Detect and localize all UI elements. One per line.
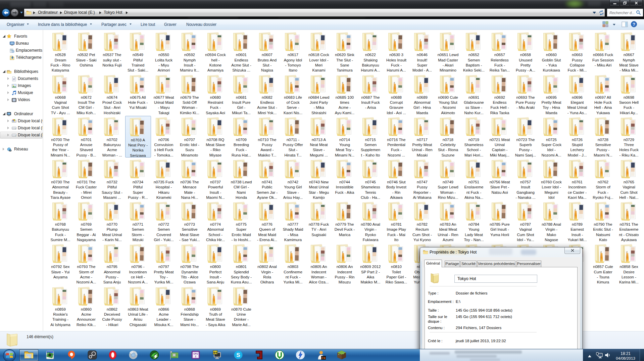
svg-text:Z: Z (195, 355, 196, 358)
svg-text:S: S (236, 352, 240, 358)
svg-text:99: 99 (213, 351, 217, 355)
svg-text:CPU: CPU (193, 353, 198, 355)
svg-text:?: ? (633, 22, 635, 27)
svg-text:FR: FR (321, 356, 326, 360)
